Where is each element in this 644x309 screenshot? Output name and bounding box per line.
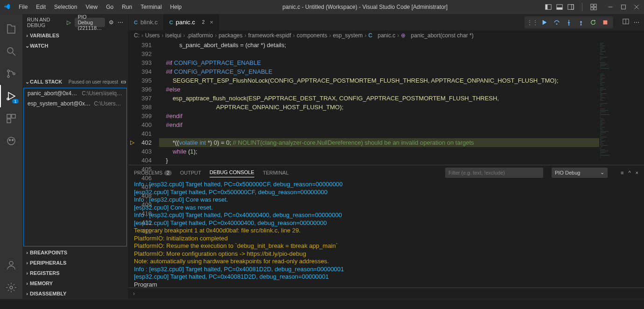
menu-view[interactable]: View bbox=[82, 2, 101, 12]
settings-gear-icon[interactable] bbox=[0, 276, 22, 299]
svg-rect-9 bbox=[594, 7, 596, 10]
section-registers[interactable]: ›REGISTERS bbox=[22, 268, 128, 278]
window-title: panic.c - Untitled (Workspace) - Visual … bbox=[185, 4, 545, 10]
svg-rect-1 bbox=[546, 5, 547, 10]
clear-console-icon[interactable]: ≡ bbox=[621, 170, 623, 176]
debug-more-icon[interactable]: ⋯ bbox=[118, 19, 123, 26]
memory-label: MEMORY bbox=[30, 281, 53, 286]
panel-tabs: PROBLEMS2 OUTPUT DEBUG CONSOLE TERMINAL … bbox=[128, 165, 644, 180]
debug-toolbar: ⋮⋮ bbox=[525, 16, 613, 28]
run-debug-label: RUN AND DEBUG bbox=[27, 17, 63, 28]
tab-terminal[interactable]: TERMINAL bbox=[263, 168, 289, 177]
debug-console-input[interactable]: › bbox=[128, 288, 644, 299]
restart-icon[interactable] bbox=[588, 17, 598, 28]
run-debug-icon[interactable]: 1 bbox=[0, 85, 22, 107]
stack-frame[interactable]: panic_abort@0x40081d2d C:\Users\iselqui\… bbox=[24, 88, 126, 98]
svg-rect-21 bbox=[7, 114, 11, 118]
editor-body[interactable]: ▷ 391392393394 395396397398 399400401402… bbox=[128, 41, 644, 165]
tab-panic[interactable]: Cpanic.c2× bbox=[164, 14, 219, 30]
menu-help[interactable]: Help bbox=[167, 2, 186, 12]
section-breakpoints[interactable]: ›BREAKPOINTS bbox=[22, 247, 128, 258]
explorer-icon[interactable] bbox=[0, 18, 22, 40]
bottom-panel: PROBLEMS2 OUTPUT DEBUG CONSOLE TERMINAL … bbox=[128, 165, 644, 299]
customize-layout-icon[interactable] bbox=[590, 3, 597, 11]
split-editor-icon[interactable] bbox=[623, 18, 629, 26]
accounts-icon[interactable] bbox=[0, 254, 22, 276]
tab-label: panic.c bbox=[176, 19, 195, 26]
svg-line-15 bbox=[13, 53, 15, 56]
debug-config-select[interactable]: PIO Debug (221118… bbox=[75, 18, 105, 27]
close-panel-icon[interactable]: × bbox=[636, 170, 638, 176]
stop-icon[interactable] bbox=[600, 17, 610, 28]
stack-frame-loc: C:\Users\iselqui\.pl… bbox=[82, 90, 123, 97]
menu-run[interactable]: Run bbox=[118, 2, 136, 12]
toggle-panel-icon[interactable] bbox=[556, 3, 563, 11]
c-file-icon: C bbox=[134, 20, 138, 25]
debug-badge: 1 bbox=[12, 99, 19, 104]
console-filter-input[interactable] bbox=[445, 168, 543, 178]
section-variables[interactable]: ›VARIABLES bbox=[22, 30, 128, 41]
tab-debug-console[interactable]: DEBUG CONSOLE bbox=[210, 168, 254, 177]
svg-point-30 bbox=[568, 24, 570, 25]
start-debug-icon[interactable]: ▷ bbox=[67, 19, 71, 26]
section-peripherals[interactable]: ›PERIPHERALS bbox=[22, 258, 128, 268]
tab-problems-count: 2 bbox=[200, 20, 207, 25]
code-content[interactable]: s_panic_abort_details = (char *) details… bbox=[157, 41, 599, 165]
run-debug-header: RUN AND DEBUG ▷ PIO Debug (221118… ⚙ ⋯ bbox=[22, 14, 128, 30]
line-numbers: 391392393394 395396397398 399400401402 4… bbox=[136, 41, 157, 165]
svg-rect-4 bbox=[568, 5, 574, 10]
svg-rect-5 bbox=[572, 5, 574, 10]
menu-file[interactable]: File bbox=[15, 2, 31, 12]
stack-frame-fn: esp_system_abort@0x40085194 bbox=[28, 100, 91, 107]
callstack-tool-icon[interactable]: ▭ bbox=[121, 78, 126, 85]
menu-selection[interactable]: Selection bbox=[50, 2, 81, 12]
maximize-icon[interactable] bbox=[620, 3, 627, 11]
drag-handle-icon[interactable]: ⋮⋮ bbox=[527, 17, 538, 28]
maximize-panel-icon[interactable]: ^ bbox=[628, 170, 630, 176]
svg-rect-6 bbox=[591, 4, 593, 7]
debug-console-output[interactable]: Info : [esp32.cpu0] Target halted, PC=0x… bbox=[128, 180, 644, 288]
svg-point-28 bbox=[10, 286, 13, 289]
statusbar[interactable] bbox=[0, 299, 644, 309]
source-control-icon[interactable] bbox=[0, 63, 22, 85]
breakpoints-label: BREAKPOINTS bbox=[30, 250, 67, 255]
section-disassembly[interactable]: ›DISASSEMBLY bbox=[22, 288, 128, 299]
menu-go[interactable]: Go bbox=[102, 2, 117, 12]
section-callstack[interactable]: ⌄CALL STACK Paused on user request ▭ bbox=[22, 77, 128, 87]
search-icon[interactable] bbox=[0, 40, 22, 63]
toggle-primary-sidebar-icon[interactable] bbox=[545, 3, 552, 11]
variables-label: VARIABLES bbox=[30, 33, 59, 38]
svg-rect-22 bbox=[12, 114, 15, 118]
svg-rect-32 bbox=[603, 20, 608, 24]
editor-more-icon[interactable]: ⋯ bbox=[634, 19, 639, 26]
menu-terminal[interactable]: Terminal bbox=[137, 2, 165, 12]
close-tab-icon[interactable]: × bbox=[210, 19, 214, 26]
section-watch[interactable]: ⌄WATCH bbox=[22, 41, 128, 51]
step-into-icon[interactable] bbox=[564, 17, 574, 28]
tab-blink[interactable]: Cblink.c bbox=[128, 14, 164, 30]
close-icon[interactable] bbox=[633, 3, 640, 11]
stack-frame[interactable]: esp_system_abort@0x40085194 C:\Users\ise… bbox=[24, 98, 126, 109]
step-out-icon[interactable] bbox=[576, 17, 586, 28]
continue-icon[interactable] bbox=[539, 17, 550, 28]
menu-edit[interactable]: Edit bbox=[32, 2, 49, 12]
extensions-icon[interactable] bbox=[0, 107, 22, 130]
minimize-icon[interactable] bbox=[607, 3, 614, 11]
breadcrumb[interactable]: C:› Users› iselqui› .platformio› package… bbox=[128, 30, 644, 41]
platformio-icon[interactable] bbox=[0, 130, 22, 152]
glyph-margin[interactable]: ▷ bbox=[128, 41, 136, 165]
step-over-icon[interactable] bbox=[552, 17, 562, 28]
section-memory[interactable]: ›MEMORY bbox=[22, 278, 128, 288]
current-frame-icon: ▷ bbox=[130, 138, 134, 147]
editor-actions: ⋯ bbox=[618, 14, 644, 30]
debug-session-select[interactable]: PIO Debug⌄ bbox=[552, 168, 608, 178]
vscode-logo-icon bbox=[4, 3, 11, 11]
svg-point-25 bbox=[9, 140, 11, 141]
minimap[interactable]: ▬▬▬▬▬▬▬▬▬▬▬▬▬▬▬▬▬▬▬▬▬▬▬▬▬▬▬▬▬▬▬▬▬▬▬▬▬▬▬▬… bbox=[599, 41, 644, 165]
registers-label: REGISTERS bbox=[30, 270, 60, 276]
problems-count: 2 bbox=[164, 170, 172, 176]
tab-output[interactable]: OUTPUT bbox=[180, 168, 201, 177]
c-file-icon: C bbox=[368, 32, 372, 39]
toggle-secondary-sidebar-icon[interactable] bbox=[567, 3, 574, 11]
debug-settings-icon[interactable]: ⚙ bbox=[109, 19, 114, 26]
